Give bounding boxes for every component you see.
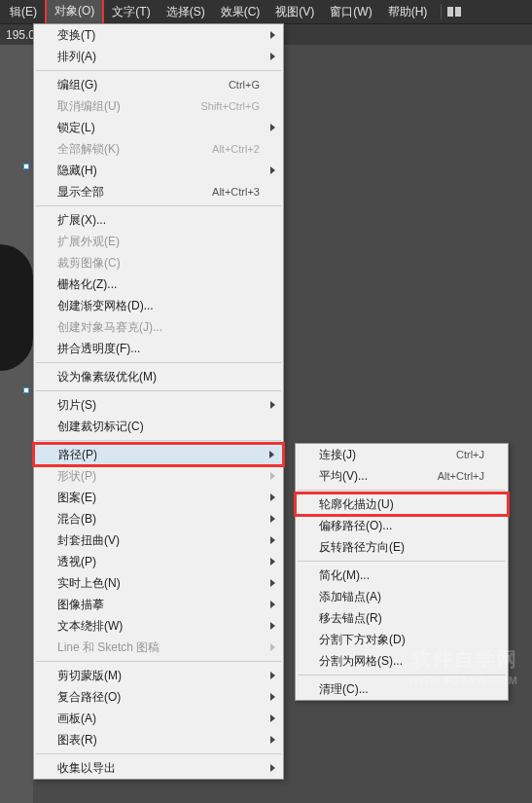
- menubar-item[interactable]: 对象(O): [45, 0, 104, 25]
- menubar-item[interactable]: 选择(S): [159, 0, 213, 24]
- object-menu-item[interactable]: 图表(R): [34, 729, 283, 750]
- object-menu-item[interactable]: 图像描摹: [34, 594, 283, 615]
- path-submenu-item[interactable]: 连接(J)Ctrl+J: [296, 444, 508, 465]
- object-menu-item[interactable]: 排列(A): [34, 46, 283, 67]
- menu-separator: [36, 753, 281, 754]
- chevron-right-icon: [270, 401, 275, 409]
- menu-item-label: 取消编组(U): [57, 98, 200, 115]
- chevron-right-icon: [270, 536, 275, 544]
- canvas-area: [0, 45, 33, 803]
- menu-item-label: 图表(R): [57, 732, 260, 748]
- menu-item-label: 添加锚点(A): [319, 589, 484, 605]
- menu-item-label: 隐藏(H): [57, 163, 260, 179]
- menu-item-label: 分割下方对象(D): [319, 632, 484, 648]
- object-menu-item[interactable]: 创建渐变网格(D)...: [34, 295, 283, 316]
- menu-item-label: 分割为网格(S)...: [319, 653, 484, 670]
- chevron-right-icon: [269, 451, 274, 458]
- object-menu-item[interactable]: 编组(G)Ctrl+G: [34, 74, 283, 95]
- menu-separator: [36, 205, 281, 206]
- menu-item-label: 轮廓化描边(U): [319, 496, 484, 513]
- object-menu-item[interactable]: 显示全部Alt+Ctrl+3: [34, 181, 283, 202]
- menubar-item[interactable]: 窗口(W): [322, 0, 379, 24]
- chevron-right-icon: [270, 124, 275, 131]
- object-menu-item[interactable]: 锁定(L): [34, 117, 283, 138]
- menu-item-label: 全部解锁(K): [57, 141, 212, 158]
- object-menu-item[interactable]: 收集以导出: [34, 757, 283, 779]
- path-submenu-item[interactable]: 简化(M)...: [296, 565, 508, 586]
- menu-item-label: 剪切蒙版(M): [57, 668, 260, 684]
- menu-item-label: 扩展(X)...: [57, 212, 260, 229]
- object-menu-item[interactable]: 混合(B): [34, 508, 283, 529]
- menu-separator: [36, 661, 281, 662]
- path-submenu-item[interactable]: 分割下方对象(D): [296, 629, 508, 650]
- object-menu-item[interactable]: 创建裁切标记(C): [34, 416, 283, 437]
- menu-item-label: 切片(S): [57, 397, 260, 414]
- menu-item-label: 设为像素级优化(M): [57, 369, 260, 385]
- path-submenu-item[interactable]: 反转路径方向(E): [296, 536, 508, 558]
- object-menu-item[interactable]: 图案(E): [34, 487, 283, 508]
- path-submenu-item[interactable]: 清理(C)...: [296, 678, 508, 700]
- object-menu-item[interactable]: 文本绕排(W): [34, 615, 283, 637]
- object-menu-item[interactable]: 封套扭曲(V): [34, 529, 283, 551]
- object-menu-item[interactable]: 拼合透明度(F)...: [34, 338, 283, 359]
- canvas-shape[interactable]: [0, 244, 33, 371]
- menu-item-label: 创建裁切标记(C): [57, 419, 260, 435]
- menu-separator: [298, 490, 506, 491]
- path-submenu: 连接(J)Ctrl+J平均(V)...Alt+Ctrl+J轮廓化描边(U)偏移路…: [295, 443, 509, 701]
- menu-item-label: 扩展外观(E): [57, 234, 260, 250]
- object-menu-item[interactable]: 复合路径(O): [34, 686, 283, 708]
- menu-item-label: 封套扭曲(V): [57, 532, 260, 549]
- menubar-item[interactable]: 帮助(H): [380, 0, 436, 24]
- menu-item-label: 文本绕排(W): [57, 618, 260, 635]
- menu-item-label: 形状(P): [57, 468, 260, 485]
- menu-item-label: 清理(C)...: [319, 681, 484, 698]
- menu-item-shortcut: Shift+Ctrl+G: [200, 100, 260, 112]
- object-menu-item[interactable]: 扩展(X)...: [34, 209, 283, 231]
- object-menu-item[interactable]: 实时上色(N): [34, 572, 283, 594]
- selection-handle[interactable]: [23, 387, 29, 393]
- toolbar-readout: 195.0: [6, 28, 35, 42]
- object-menu-item[interactable]: 隐藏(H): [34, 160, 283, 181]
- object-menu-item: 形状(P): [34, 465, 283, 487]
- chevron-right-icon: [270, 643, 275, 651]
- menubar-item[interactable]: 辑(E): [2, 0, 45, 24]
- object-menu-item[interactable]: 剪切蒙版(M): [34, 665, 283, 686]
- path-submenu-item[interactable]: 轮廓化描边(U): [296, 493, 508, 515]
- object-menu-item[interactable]: 画板(A): [34, 708, 283, 729]
- menu-item-label: 画板(A): [57, 711, 260, 727]
- chevron-right-icon: [270, 166, 275, 174]
- menu-item-label: 裁剪图像(C): [57, 255, 260, 272]
- menu-item-shortcut: Alt+Ctrl+2: [212, 143, 260, 155]
- chevron-right-icon: [270, 672, 275, 679]
- path-submenu-item[interactable]: 偏移路径(O)...: [296, 515, 508, 536]
- path-submenu-item[interactable]: 添加锚点(A): [296, 586, 508, 607]
- menu-separator: [36, 362, 281, 363]
- object-menu-item[interactable]: 栅格化(Z)...: [34, 274, 283, 295]
- chevron-right-icon: [270, 601, 275, 608]
- layout-icon[interactable]: [447, 6, 461, 18]
- chevron-right-icon: [270, 736, 275, 744]
- menubar-item[interactable]: 效果(C): [213, 0, 268, 24]
- menu-item-label: 透视(P): [57, 554, 260, 570]
- menu-item-shortcut: Alt+Ctrl+3: [212, 186, 260, 198]
- menu-item-label: 排列(A): [57, 49, 260, 65]
- menubar: 辑(E)对象(O)文字(T)选择(S)效果(C)视图(V)窗口(W)帮助(H): [0, 0, 532, 23]
- menubar-item[interactable]: 视图(V): [267, 0, 322, 24]
- menubar-item[interactable]: 文字(T): [104, 0, 158, 24]
- menu-item-label: 偏移路径(O)...: [319, 518, 484, 534]
- object-menu-item[interactable]: 变换(T): [34, 24, 283, 46]
- chevron-right-icon: [270, 579, 275, 587]
- object-menu-item: 裁剪图像(C): [34, 252, 283, 274]
- object-menu-item[interactable]: 透视(P): [34, 551, 283, 572]
- menu-item-label: 连接(J): [319, 447, 456, 463]
- menu-item-label: 混合(B): [57, 511, 260, 528]
- path-submenu-item[interactable]: 分割为网格(S)...: [296, 650, 508, 672]
- menu-item-label: 图像描摹: [57, 597, 260, 613]
- object-menu-item[interactable]: 切片(S): [34, 394, 283, 416]
- object-menu-item[interactable]: 设为像素级优化(M): [34, 366, 283, 387]
- path-submenu-item[interactable]: 移去锚点(R): [296, 607, 508, 629]
- path-submenu-item[interactable]: 平均(V)...Alt+Ctrl+J: [296, 465, 508, 487]
- object-menu-item[interactable]: 路径(P): [34, 444, 283, 465]
- selection-handle[interactable]: [23, 164, 29, 169]
- menu-separator: [36, 440, 281, 441]
